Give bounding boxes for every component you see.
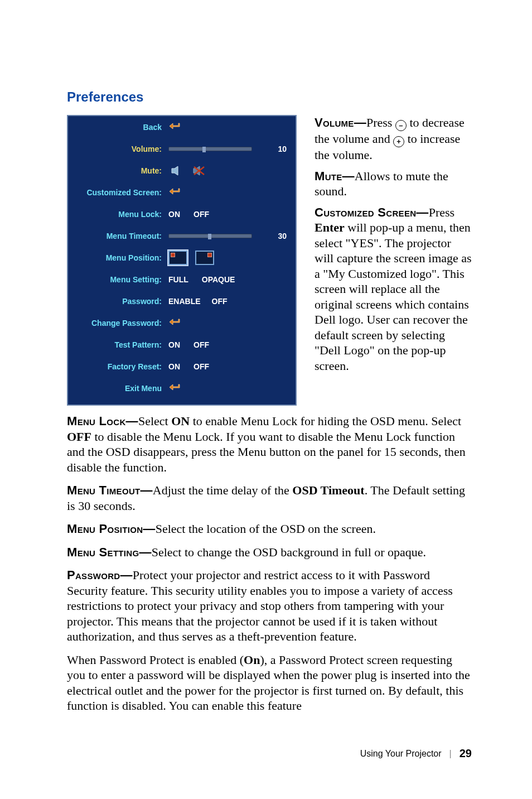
mute-keyword: Mute— xyxy=(315,169,355,183)
cust-text-2: will pop-up a menu, then select "YES". T… xyxy=(315,220,472,373)
osd-menulock-label: Menu Lock: xyxy=(68,210,168,219)
cust-enter-bold: Enter xyxy=(315,220,345,234)
menutimeout-keyword: Menu Timeout— xyxy=(67,483,153,497)
osd-password-off: OFF xyxy=(212,297,228,306)
ml-text-2: to enable Menu Lock for hiding the OSD m… xyxy=(190,414,461,428)
footer-separator-icon: | xyxy=(449,749,452,759)
mt-text-1: Adjust the time delay of the xyxy=(153,483,293,497)
volume-keyword: Volume— xyxy=(315,115,366,129)
footer-chapter: Using Your Projector xyxy=(360,749,442,759)
minus-button-icon: – xyxy=(395,120,407,131)
enter-arrow-icon xyxy=(168,187,181,198)
osd-menuposition-label: Menu Position: xyxy=(68,253,168,262)
speaker-mute-icon xyxy=(191,163,207,178)
menu-position-topright-icon xyxy=(195,251,214,265)
cust-text-1: Press xyxy=(429,205,454,219)
osd-testpattern-on: ON xyxy=(168,340,180,349)
menulock-keyword: Menu Lock— xyxy=(67,414,138,428)
osd-factoryreset-on: ON xyxy=(168,362,180,371)
section-title: Preferences xyxy=(67,89,472,105)
osd-exit-label: Exit Menu xyxy=(68,384,168,393)
custscreen-keyword: Customized Screen— xyxy=(315,205,429,219)
osd-menulock-off: OFF xyxy=(194,210,209,219)
timeout-slider xyxy=(168,234,252,238)
osd-volume-value: 10 xyxy=(278,145,290,153)
osd-password-label: Password: xyxy=(68,297,168,306)
ml-text-3: to disable the Menu Lock. If you want to… xyxy=(67,430,466,474)
mt-bold: OSD Timeout xyxy=(292,483,364,497)
osd-password-enable: ENABLE xyxy=(168,297,201,306)
osd-menulock-on: ON xyxy=(168,210,180,219)
osd-back-label: Back xyxy=(68,123,168,132)
page-footer: Using Your Projector | 29 xyxy=(360,747,472,760)
enter-arrow-icon xyxy=(168,122,181,132)
osd-factoryreset-off: OFF xyxy=(194,362,209,371)
osd-panel: Back Volume: 10 Mute: xyxy=(67,115,297,406)
mp-text: Select the location of the OSD on the sc… xyxy=(156,522,376,536)
ml-text-1: Select xyxy=(138,414,171,428)
osd-menutimeout-label: Menu Timeout: xyxy=(68,232,168,240)
osd-menusetting-opaque: OPAQUE xyxy=(202,275,235,284)
pw2-on-bold: On xyxy=(244,653,260,667)
pw2-text-1: When Password Protect is enabled ( xyxy=(67,653,244,667)
osd-mute-label: Mute: xyxy=(68,166,168,175)
body-text: Menu Lock—Select ON to enable Menu Lock … xyxy=(67,413,472,714)
osd-menusetting-label: Menu Setting: xyxy=(68,275,168,284)
osd-menusetting-full: FULL xyxy=(168,275,188,284)
menuposition-keyword: Menu Position— xyxy=(67,522,156,536)
volume-slider xyxy=(168,147,252,151)
enter-arrow-icon xyxy=(168,318,181,328)
osd-testpattern-label: Test Pattern: xyxy=(68,340,168,349)
ml-off-bold: OFF xyxy=(67,430,91,444)
password-keyword: Password— xyxy=(67,568,133,582)
volume-text-1: Press xyxy=(366,115,395,129)
speaker-icon xyxy=(168,163,185,178)
ml-on-bold: ON xyxy=(171,414,190,428)
footer-page-number: 29 xyxy=(460,747,472,760)
osd-changepw-label: Change Password: xyxy=(68,319,168,328)
osd-factoryreset-label: Factory Reset: xyxy=(68,362,168,371)
menusetting-keyword: Menu Setting— xyxy=(67,545,152,559)
menu-position-topleft-icon xyxy=(168,251,187,265)
plus-button-icon: + xyxy=(393,136,404,147)
ms-text: Select to change the OSD background in f… xyxy=(152,545,426,559)
osd-volume-label: Volume: xyxy=(68,145,168,153)
osd-testpattern-off: OFF xyxy=(194,340,209,349)
enter-arrow-icon xyxy=(168,383,181,393)
right-column: Volume—Press – to decrease the volume an… xyxy=(315,115,472,406)
osd-custscreen-label: Customized Screen: xyxy=(68,188,168,197)
osd-menutimeout-value: 30 xyxy=(278,232,290,240)
